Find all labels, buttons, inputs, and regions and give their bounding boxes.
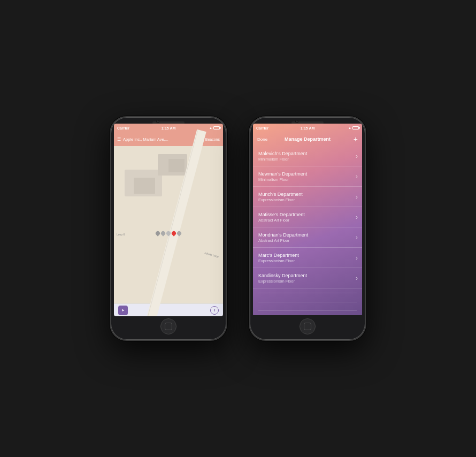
dept-name-1: Newman's Department (258, 171, 357, 177)
map-bottom-bar: ➤ i (114, 303, 223, 316)
status-icons-left: ▲ (209, 126, 220, 130)
map-header: ☰ Apple Inc., Mariani Ave,... Beacons (114, 132, 223, 146)
pin-2 (161, 231, 165, 238)
status-bar-left: Carrier 1:15 AM ▲ (114, 124, 223, 132)
screen-left: Carrier 1:15 AM ▲ ☰ Apple Inc., Mariani … (114, 124, 223, 316)
dept-name-6: Kandinsky Department (258, 273, 357, 278)
separator-3 (258, 310, 357, 311)
list-item-5[interactable]: Marc's Department Expressionism Floor (253, 248, 362, 268)
separator-2 (258, 302, 357, 302)
map-title: Apple Inc., Mariani Ave,... (123, 137, 203, 142)
beacons-button[interactable]: Beacons (205, 138, 220, 141)
menu-icon[interactable]: ☰ (117, 137, 121, 142)
dept-name-3: Matisse's Department (258, 212, 357, 217)
pin-3 (166, 231, 171, 238)
time-right: 1:15 AM (301, 126, 315, 130)
map-pins (156, 231, 181, 238)
dept-floor-3: Abstract Art Floor (258, 218, 357, 223)
dept-floor-4: Abstract Art Floor (258, 238, 357, 243)
dept-name-5: Marc's Department (258, 253, 357, 258)
status-icons-right: ▲ (348, 126, 359, 130)
manage-department-title: Manage Department (285, 136, 331, 142)
separator-1 (258, 293, 357, 293)
camera-left (156, 120, 159, 123)
home-button-right[interactable] (300, 318, 316, 334)
battery-icon-left (213, 126, 220, 130)
dept-floor-1: Minimalism Floor (258, 177, 357, 182)
location-button[interactable]: ➤ (118, 306, 128, 315)
list-item-1[interactable]: Newman's Department Minimalism Floor (253, 166, 362, 187)
info-button[interactable]: i (210, 306, 219, 315)
battery-icon-right (352, 126, 359, 130)
address-label: Loop 6 (117, 233, 125, 236)
home-button-inner-left (165, 323, 172, 330)
home-button-left[interactable] (160, 318, 176, 334)
info-icon: i (214, 308, 215, 313)
dept-name-0: Malevich's Department (258, 151, 357, 156)
pin-5 (177, 231, 181, 238)
list-item-3[interactable]: Matisse's Department Abstract Art Floor (253, 207, 362, 227)
pin-1 (156, 231, 160, 238)
screen-right: Carrier 1:15 AM ▲ Done Manage Department… (253, 124, 362, 316)
list-item-4[interactable]: Mondrian's Department Abstract Art Floor (253, 227, 362, 248)
add-button[interactable]: + (354, 135, 358, 143)
list-header: Done Manage Department + (253, 132, 362, 146)
pin-4 (172, 231, 176, 238)
status-bar-right: Carrier 1:15 AM ▲ (253, 124, 362, 132)
carrier-right: Carrier (256, 126, 268, 130)
dept-floor-2: Expressionism Floor (258, 197, 357, 202)
list-item-0[interactable]: Malevich's Department Minimalism Floor (253, 146, 362, 166)
location-icon: ➤ (121, 308, 125, 313)
time-left: 1:15 AM (162, 126, 176, 130)
department-list: Malevich's Department Minimalism Floor N… (253, 146, 362, 315)
signal-icon-right: ▲ (348, 126, 351, 130)
home-button-inner-right (304, 323, 311, 330)
dept-floor-5: Expressionism Floor (258, 258, 357, 263)
dept-name-2: Munch's Department (258, 192, 357, 197)
list-item-6[interactable]: Kandinsky Department Expressionism Floor (253, 268, 362, 288)
dept-floor-0: Minimalism Floor (258, 157, 357, 162)
phone-right: Carrier 1:15 AM ▲ Done Manage Department… (249, 116, 366, 341)
list-item-2[interactable]: Munch's Department Expressionism Floor (253, 187, 362, 207)
scene: Carrier 1:15 AM ▲ ☰ Apple Inc., Mariani … (99, 105, 377, 352)
done-button[interactable]: Done (257, 137, 267, 142)
dept-floor-6: Expressionism Floor (258, 279, 357, 284)
dept-name-4: Mondrian's Department (258, 232, 357, 238)
camera-right (295, 120, 298, 123)
carrier-left: Carrier (117, 126, 129, 130)
phone-left: Carrier 1:15 AM ▲ ☰ Apple Inc., Mariani … (110, 116, 227, 341)
map-content: Infinite Loop Loop 6 (114, 146, 223, 303)
list-screen: Carrier 1:15 AM ▲ Done Manage Department… (253, 124, 362, 315)
signal-icon-left: ▲ (209, 126, 212, 130)
